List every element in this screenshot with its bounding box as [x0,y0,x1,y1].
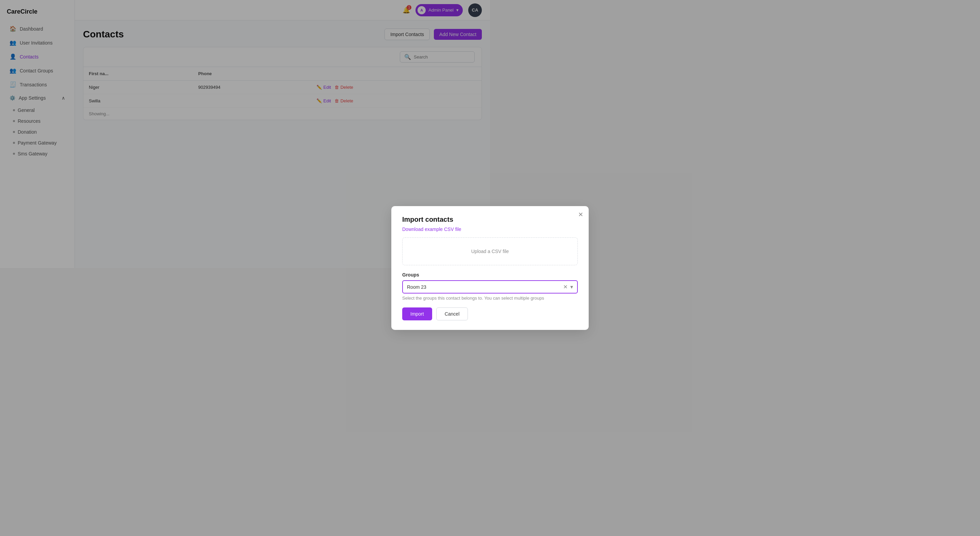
modal-overlay[interactable]: ✕ Import contacts Download example CSV f… [0,0,490,268]
modal-title: Import contacts [402,216,490,224]
download-csv-link[interactable]: Download example CSV file [402,227,461,232]
import-contacts-modal: ✕ Import contacts Download example CSV f… [391,206,490,268]
csv-upload-area[interactable]: Upload a CSV file [402,237,490,265]
upload-label: Upload a CSV file [471,249,490,254]
